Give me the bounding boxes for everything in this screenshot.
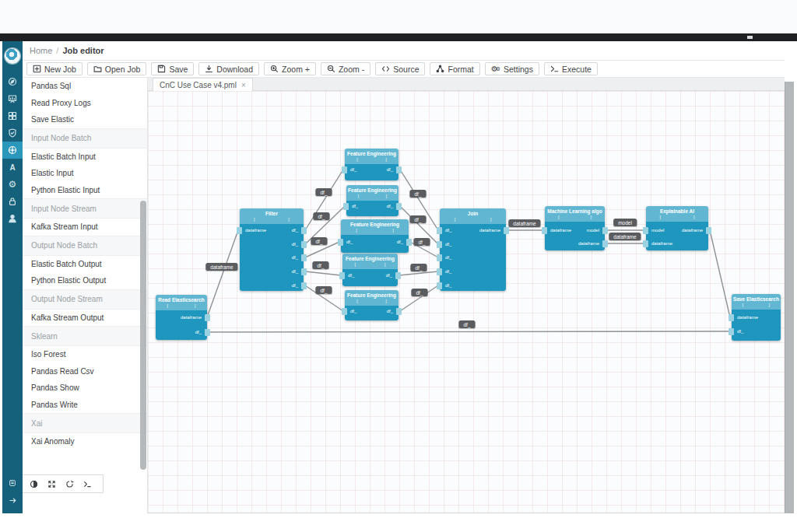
port-connector[interactable] — [729, 328, 734, 335]
palette-node-kafka-stream-input[interactable]: Kafka Stream Input — [23, 219, 147, 236]
node-header[interactable]: Save Elasticsearch[] — [732, 294, 781, 310]
node-header[interactable]: Join[] — [440, 208, 506, 224]
source-button[interactable]: Source — [375, 62, 425, 75]
node-join[interactable]: Join[]df_df_df_df_df_dataframe — [440, 208, 506, 291]
window-divider-handle[interactable] — [747, 36, 753, 39]
node-save-elasticsearch[interactable]: Save Elasticsearch[]dataframedf_ — [732, 294, 781, 341]
node-header[interactable]: Feature Engineering[] — [342, 254, 398, 269]
node-header[interactable]: Filter[] — [240, 208, 304, 224]
port-connector[interactable] — [437, 254, 442, 261]
node-feature-engineering-1[interactable]: Feature Engineering[]df_df_ — [345, 149, 398, 180]
rail-item-gear[interactable]: ⚙ — [2, 176, 23, 193]
port-connector[interactable] — [602, 227, 608, 234]
palette-scrollbar[interactable] — [140, 201, 146, 470]
port-connector[interactable] — [237, 227, 242, 234]
rail-item-workflow[interactable] — [2, 142, 23, 159]
port-connector[interactable] — [437, 241, 442, 248]
rail-item-chart[interactable] — [2, 90, 23, 107]
node-explainable-ai[interactable]: Explainable AI[]modeldataframedataframe — [646, 206, 708, 250]
port-connector[interactable] — [301, 268, 307, 275]
fit-screen-icon[interactable] — [47, 480, 56, 488]
port-connector[interactable] — [342, 308, 347, 315]
app-logo[interactable] — [5, 48, 20, 64]
port-connector[interactable] — [396, 203, 402, 210]
zoom-in-button[interactable]: Zoom + — [264, 62, 316, 75]
port-connector[interactable] — [437, 227, 442, 234]
node-header[interactable]: Explainable AI[] — [646, 206, 708, 222]
palette-node-xai-anomaly[interactable]: Xai Anomaly — [23, 433, 147, 450]
port-connector[interactable] — [396, 308, 402, 315]
port-connector[interactable] — [504, 227, 509, 234]
node-feature-engineering-4[interactable]: Feature Engineering[]df_df_ — [342, 254, 398, 286]
zoom-out-button[interactable]: Zoom - — [321, 62, 370, 75]
port-connector[interactable] — [301, 254, 307, 261]
format-button[interactable]: Format — [430, 62, 479, 75]
rail-item-panel[interactable] — [2, 474, 23, 492]
port-connector[interactable] — [395, 272, 401, 279]
port-connector[interactable] — [301, 227, 307, 234]
palette-node-save-elastic[interactable]: Save Elastic — [23, 111, 147, 128]
port-connector[interactable] — [396, 166, 402, 173]
rail-item-user[interactable] — [2, 210, 23, 227]
rail-item-lock[interactable] — [2, 193, 23, 210]
refresh-icon[interactable] — [65, 480, 74, 488]
save-button[interactable]: Save — [151, 62, 194, 75]
port-connector[interactable] — [542, 227, 547, 234]
rail-item-collapse-arrow[interactable] — [2, 492, 23, 509]
port-connector[interactable] — [342, 166, 347, 173]
port-connector[interactable] — [643, 240, 648, 247]
port-connector[interactable] — [602, 240, 608, 247]
node-read-elasticsearch[interactable]: Read Elasticsearch[]dataframedf_ — [156, 295, 207, 340]
port-connector[interactable] — [643, 227, 648, 234]
port-connector[interactable] — [339, 272, 345, 279]
port-connector[interactable] — [338, 239, 343, 246]
download-button[interactable]: Download — [198, 62, 259, 75]
port-connector[interactable] — [205, 314, 210, 321]
port-connector[interactable] — [706, 227, 711, 234]
new-job-button[interactable]: New Job — [26, 62, 83, 75]
open-job-button[interactable]: Open Job — [87, 62, 147, 75]
palette-node-python-elastic-output[interactable]: Python Elastic Output — [23, 272, 147, 289]
palette-node-pandas-sql[interactable]: Pandas Sql — [23, 78, 147, 95]
settings-button[interactable]: ⚙⚙Settings — [485, 62, 539, 75]
node-machine-learning-algo[interactable]: Machine Learning algo[]dataframemodeldat… — [545, 206, 605, 250]
palette-node-pandas-write[interactable]: Pandas Write — [23, 397, 147, 414]
graph-canvas[interactable]: dataframedf_df_df_df_df_df_df_df_df_df_d… — [148, 91, 785, 513]
port-connector[interactable] — [437, 268, 442, 275]
port-connector[interactable] — [729, 314, 734, 321]
palette-node-pandas-read-csv[interactable]: Pandas Read Csv — [23, 363, 147, 380]
node-header[interactable]: Feature Engineering[] — [346, 185, 398, 201]
palette-node-read-proxy-logs[interactable]: Read Proxy Logs — [23, 95, 147, 112]
palette-node-iso-forest[interactable]: Iso Forest — [23, 346, 147, 363]
palette-node-elastic-batch-input[interactable]: Elastic Batch Input — [23, 149, 147, 166]
palette-node-pandas-show[interactable]: Pandas Show — [23, 380, 147, 397]
port-connector[interactable] — [301, 282, 307, 289]
port-connector[interactable] — [205, 329, 210, 336]
rail-item-modules[interactable] — [2, 107, 23, 124]
node-header[interactable]: Feature Engineering[] — [345, 149, 398, 164]
node-feature-engineering-5[interactable]: Feature Engineering[]df_df_ — [345, 290, 398, 320]
node-header[interactable]: Feature Engineering[] — [341, 219, 409, 235]
palette-node-python-elastic-input[interactable]: Python Elastic Input — [23, 182, 147, 199]
contrast-icon[interactable] — [30, 480, 38, 488]
tab-close-icon[interactable]: × — [241, 81, 246, 89]
port-connector[interactable] — [406, 239, 412, 246]
node-feature-engineering-2[interactable]: Feature Engineering[]df_df_ — [346, 185, 398, 216]
breadcrumb-home-link[interactable]: Home — [30, 46, 52, 55]
tab-cnc-use-case[interactable]: CnC Use Case v4.pml × — [153, 78, 253, 91]
rail-item-letter-a[interactable]: A — [2, 159, 23, 176]
port-connector[interactable] — [343, 203, 349, 210]
console-icon[interactable] — [83, 480, 92, 488]
node-header[interactable]: Machine Learning algo[] — [545, 206, 605, 222]
node-header[interactable]: Feature Engineering[] — [345, 290, 398, 306]
canvas-vertical-scrollbar[interactable] — [785, 82, 794, 513]
node-header[interactable]: Read Elasticsearch[] — [156, 295, 207, 310]
palette-node-kafka-stream-output[interactable]: Kafka Stream Output — [23, 310, 147, 327]
node-filter[interactable]: Filter[]dataframedf_df_df_df_df_ — [240, 208, 304, 291]
palette-node-elastic-batch-output[interactable]: Elastic Batch Output — [23, 256, 147, 273]
node-feature-engineering-3[interactable]: Feature Engineering[]df_df_ — [341, 219, 409, 253]
execute-button[interactable]: Execute — [544, 62, 598, 75]
port-connector[interactable] — [301, 241, 307, 248]
palette-node-elastic-input[interactable]: Elastic Input — [23, 165, 147, 182]
rail-item-shield[interactable] — [2, 124, 23, 142]
